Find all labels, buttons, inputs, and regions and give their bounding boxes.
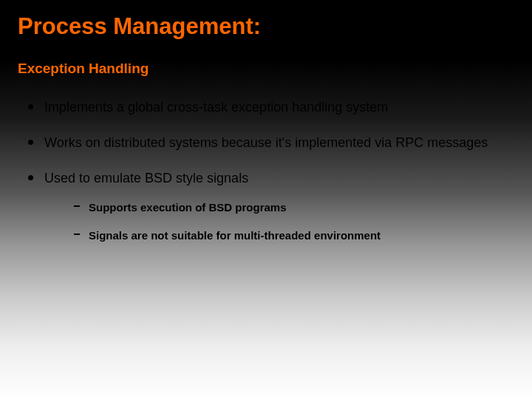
sub-bullet-list: Supports execution of BSD programs Signa…	[74, 199, 514, 245]
slide: Process Management: Exception Handling I…	[0, 0, 532, 399]
list-item: Supports execution of BSD programs	[74, 199, 514, 216]
bullet-list: Implements a global cross-task exception…	[28, 95, 514, 245]
bullet-text: Used to emulate BSD style signals	[44, 171, 248, 185]
list-item: Used to emulate BSD style signals Suppor…	[28, 166, 514, 244]
slide-subtitle: Exception Handling	[18, 61, 514, 77]
sub-bullet-text: Supports execution of BSD programs	[89, 201, 287, 214]
bullet-text: Implements a global cross-task exception…	[44, 100, 388, 115]
list-item: Signals are not suitable for multi-threa…	[74, 227, 514, 245]
sub-bullet-text: Signals are not suitable for multi-threa…	[89, 229, 381, 242]
list-item: Implements a global cross-task exception…	[28, 95, 514, 120]
bullet-text: Works on distributed systems because it'…	[44, 135, 488, 150]
list-item: Works on distributed systems because it'…	[28, 130, 514, 155]
slide-title: Process Management:	[18, 13, 514, 40]
